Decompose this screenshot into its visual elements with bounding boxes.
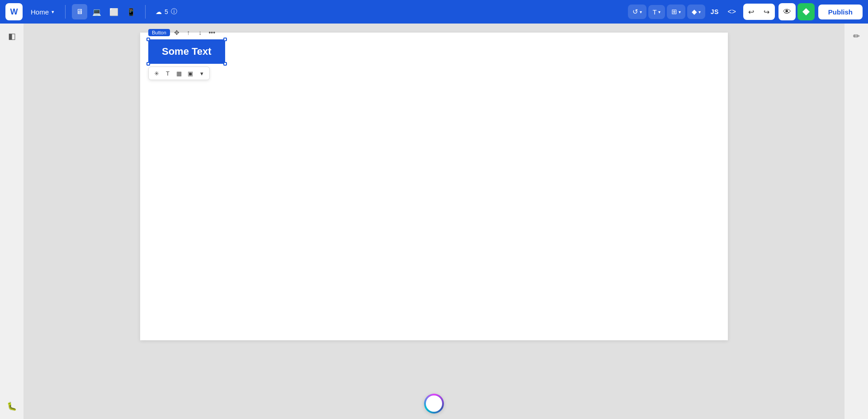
container-tool-button[interactable]: ⊞ ▾ — [668, 5, 684, 18]
rotate-tool-group: ↺ ▾ — [628, 5, 646, 19]
green-action-button[interactable] — [797, 3, 815, 20]
text-format-icon[interactable]: T — [163, 68, 173, 78]
button-text: Some Text — [162, 46, 212, 57]
text-tool-button[interactable]: T ▾ — [649, 6, 664, 18]
shape-chevron: ▾ — [698, 10, 701, 14]
desktop-device-button[interactable]: 🖥 — [72, 4, 87, 19]
shape-icon: ◆ — [692, 8, 697, 16]
canvas[interactable]: Button ✥ ↑ ↓ ••• Some Text ✳ T ▦ ▣ — [140, 33, 728, 340]
container-tool-group: ⊞ ▾ — [667, 5, 685, 19]
code-editor-button[interactable]: <> — [724, 4, 740, 19]
canvas-area: Button ✥ ↑ ↓ ••• Some Text ✳ T ▦ ▣ — [24, 24, 844, 419]
link-icon[interactable]: ✳ — [151, 68, 161, 78]
logo-button[interactable]: W — [5, 3, 23, 20]
element-type-label: Button — [148, 29, 170, 36]
nav-right-tools: ↺ ▾ T ▾ ⊞ ▾ ◆ ▾ JS <> — [628, 3, 863, 20]
undo-icon: ↩ — [748, 8, 754, 16]
handle-bottom-right[interactable] — [223, 62, 227, 66]
device-selector: 🖥 💻 ⬜ 📱 — [72, 4, 139, 19]
move-icon[interactable]: ✥ — [172, 28, 182, 38]
redo-icon: ↪ — [764, 8, 769, 16]
logo-text: W — [10, 7, 18, 17]
grid-icon[interactable]: ▦ — [174, 68, 184, 78]
rotate-chevron: ▾ — [640, 10, 642, 14]
layers-icon: ◧ — [8, 31, 16, 41]
laptop-device-button[interactable]: 💻 — [89, 4, 104, 19]
bug-report-button[interactable]: 🐛 — [4, 398, 20, 414]
js-button[interactable]: JS — [707, 6, 722, 18]
shape-tool-group: ◆ ▾ — [687, 5, 705, 19]
mobile-device-button[interactable]: 📱 — [123, 4, 139, 19]
container-chevron: ▾ — [679, 10, 681, 14]
cloud-count: 5 — [165, 8, 168, 15]
right-sidebar: ✏ — [844, 24, 868, 419]
chevron-down-icon: ▾ — [52, 9, 54, 15]
canvas-button-element[interactable]: Button ✥ ↑ ↓ ••• Some Text ✳ T ▦ ▣ — [148, 39, 225, 64]
rotate-icon: ↺ — [632, 8, 638, 16]
sidebar-bottom: 🐛 — [4, 398, 20, 414]
more-options-icon[interactable]: ••• — [207, 28, 217, 38]
rotate-tool-button[interactable]: ↺ ▾ — [629, 5, 646, 18]
eye-icon: 👁 — [783, 7, 791, 17]
cloud-icon: ☁ — [156, 8, 162, 15]
page-name-dropdown[interactable]: Home ▾ — [26, 5, 59, 19]
undo-redo-group: ↩ ↪ — [743, 4, 775, 20]
navbar: W Home ▾ 🖥 💻 ⬜ 📱 ☁ 5 ⓘ ↺ ▾ T ▾ — [0, 0, 868, 24]
tablet-device-button[interactable]: ⬜ — [106, 4, 122, 19]
layers-panel-button[interactable]: ◧ — [4, 28, 20, 44]
green-icon — [801, 7, 811, 17]
undo-button[interactable]: ↩ — [744, 5, 759, 19]
page-name-label: Home — [31, 8, 49, 16]
element-bottom-toolbar: ✳ T ▦ ▣ ▾ — [148, 67, 210, 80]
edit-panel-button[interactable]: ✏ — [848, 28, 864, 44]
publish-button[interactable]: Publish — [818, 5, 863, 19]
text-tool-group: T ▾ — [648, 5, 665, 19]
box-icon[interactable]: ▣ — [185, 68, 195, 78]
cloud-save-button[interactable]: ☁ 5 ⓘ — [152, 6, 181, 18]
bug-icon: 🐛 — [7, 401, 17, 411]
redo-button[interactable]: ↪ — [760, 5, 774, 19]
button-element[interactable]: Some Text — [148, 39, 225, 64]
text-icon: T — [653, 8, 657, 16]
shape-tool-button[interactable]: ◆ ▾ — [688, 5, 704, 18]
move-up-icon[interactable]: ↑ — [184, 28, 193, 38]
code-icon: <> — [727, 8, 736, 16]
ai-circle-inner — [426, 395, 442, 412]
handle-top-right[interactable] — [223, 38, 227, 41]
text-chevron: ▾ — [658, 10, 660, 14]
divider-2 — [145, 5, 146, 19]
element-top-toolbar: Button ✥ ↑ ↓ ••• — [148, 28, 217, 38]
js-label: JS — [711, 8, 719, 15]
container-icon: ⊞ — [671, 8, 677, 16]
divider-1 — [65, 5, 66, 19]
left-sidebar: ◧ 🐛 — [0, 24, 24, 419]
handle-bottom-left[interactable] — [146, 62, 150, 66]
preview-button[interactable]: 👁 — [778, 3, 796, 20]
ai-assistant-button[interactable] — [424, 394, 444, 414]
more-bottom-icon[interactable]: ▾ — [197, 68, 207, 78]
handle-top-left[interactable] — [146, 38, 150, 41]
pencil-icon: ✏ — [853, 31, 860, 41]
info-icon: ⓘ — [171, 8, 177, 16]
move-down-icon[interactable]: ↓ — [195, 28, 205, 38]
